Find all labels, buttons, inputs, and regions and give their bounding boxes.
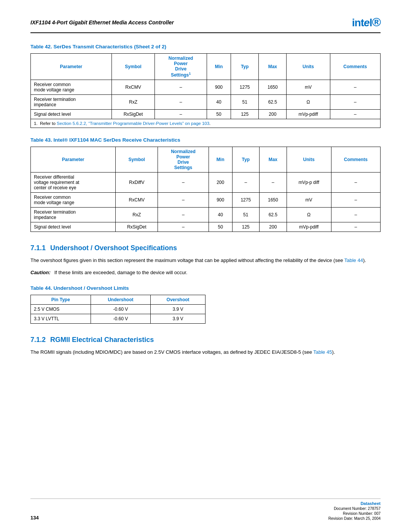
page-number: 134 [30,515,39,521]
cell-max: 200 [259,110,287,119]
table44: Pin Type Undershoot Overshoot 2.5 V CMOS… [30,295,206,324]
footer-revision-number: Revision Number: 007 [328,511,381,516]
cell-units: mVp-p diff [287,173,331,193]
section712-title: RGMII Electrical Characteristics [50,336,154,344]
cell-comments: – [331,208,380,222]
cell-param: Receiver terminationimpedance [31,95,112,110]
cell-comments: – [330,110,380,119]
cell-param: Receiver differentialvoltage requirement… [31,173,116,193]
table44-title: Table 44. Undershoot / Overshoot Limits [30,285,381,291]
cell-max: 200 [260,222,287,232]
cell-pin-type: 2.5 V CMOS [31,305,91,314]
table-row: Signal detect level RxSigDet – 50 125 20… [31,222,381,232]
col-typ: Typ [232,147,260,173]
cell-units: mV [287,193,331,208]
col-undershoot: Undershoot [91,295,151,305]
cell-min: 40 [207,95,231,110]
cell-max: 1650 [260,193,287,208]
cell-param: Receiver commonmode voltage range [31,193,116,208]
footer-revision-date: Revision Date: March 25, 2004 [328,516,381,521]
table-row: 2.5 V CMOS -0.60 V 3.9 V [31,305,206,314]
cell-max: 62.5 [259,95,287,110]
col-min: Min [207,54,231,80]
cell-comments: – [330,95,380,110]
col-typ: Typ [231,54,259,80]
section711-body1: The overshoot figures given in this sect… [30,257,381,264]
cell-units: mVp-pdiff [287,222,331,232]
cell-min: 40 [209,208,232,222]
footer-right-block: Datasheet Document Number: 278757 Revisi… [328,501,381,521]
cell-overshoot: 3.9 V [151,305,206,314]
cell-undershoot: -0.60 V [91,314,151,324]
cell-max: – [260,173,287,193]
cell-norm: – [158,222,209,232]
cell-typ: 1275 [231,80,259,95]
table45-link[interactable]: Table 45 [313,349,332,355]
header-title: IXF1104 4-Port Gigabit Ethernet Media Ac… [30,19,174,26]
cell-pin-type: 3.3 V LVTTL [31,314,91,324]
table44-link[interactable]: Table 44 [344,257,363,263]
table42-footnote-row: 1. Refer to Section 5.6.2.2, “Transmitte… [31,119,381,128]
col-pin-type: Pin Type [31,295,91,305]
cell-typ: 51 [231,95,259,110]
cell-typ: 125 [231,110,259,119]
table-row: Receiver terminationimpedance RxZ – 40 5… [31,95,381,110]
table-row: Receiver terminationimpedance RxZ – 40 5… [31,208,381,222]
col-max: Max [260,147,287,173]
cell-min: 50 [207,110,231,119]
cell-min: 50 [209,222,232,232]
caution-label: Caution: [30,269,51,276]
caution-block: Caution: If these limits are exceeded, d… [30,269,381,276]
cell-units: Ω [287,208,331,222]
col-norm-power: NormalizedPowerDriveSettings1 [155,54,207,80]
cell-norm: – [155,95,207,110]
cell-max: 1650 [259,80,287,95]
footer-doc-number: Document Number: 278757 [328,506,381,511]
caution-text: If these limits are exceeded, damage to … [54,269,188,276]
table-row: 3.3 V LVTTL -0.60 V 3.9 V [31,314,206,324]
cell-norm: – [158,173,209,193]
col-symbol: Symbol [112,54,155,80]
cell-min: 900 [209,193,232,208]
col-comments: Comments [331,147,380,173]
cell-symbol: RxCMV [116,193,158,208]
cell-typ: 51 [232,208,260,222]
cell-symbol: RxSigDet [112,110,155,119]
cell-param: Signal detect level [31,110,112,119]
col-max: Max [259,54,287,80]
col-norm-power: NormalizedPowerDriveSettings [158,147,209,173]
cell-comments: – [331,173,380,193]
table43-title: Table 43. Intel® IXF1104 MAC SerDes Rece… [30,137,381,143]
table42-footnote: 1. Refer to Section 5.6.2.2, “Transmitte… [31,119,381,128]
col-parameter: Parameter [31,54,112,80]
cell-units: mVp-pdiff [287,110,330,119]
page-footer: 134 Datasheet Document Number: 278757 Re… [30,498,381,521]
cell-undershoot: -0.60 V [91,305,151,314]
cell-typ: 125 [232,222,260,232]
logo-dot: ® [372,15,381,29]
intel-logo: intel® [352,15,381,29]
table-row: Receiver differentialvoltage requirement… [31,173,381,193]
cell-norm: – [155,110,207,119]
cell-param: Receiver commonmode voltage range [31,80,112,95]
cell-norm: – [158,193,209,208]
table-row: Receiver commonmode voltage range RxCMV … [31,193,381,208]
cell-typ: 1275 [232,193,260,208]
col-overshoot: Overshoot [151,295,206,305]
cell-max: 62.5 [260,208,287,222]
section711-number: 7.1.1 [30,244,46,252]
section712-body1: The RGMII signals (including MDIO/MDC) a… [30,348,381,356]
cell-units: mV [287,80,330,95]
section711-title: Undershoot / Overshoot Specifications [50,244,177,252]
cell-param: Receiver terminationimpedance [31,208,116,222]
cell-min: 200 [209,173,232,193]
table-row: Receiver commonmode voltage range RxCMV … [31,80,381,95]
cell-norm: – [158,208,209,222]
cell-symbol: RxZ [116,208,158,222]
cell-overshoot: 3.9 V [151,314,206,324]
col-comments: Comments [330,54,380,80]
cell-symbol: RxDiffV [116,173,158,193]
cell-min: 900 [207,80,231,95]
footnote-link[interactable]: Section 5.6.2.2, “Transmitter Programmab… [57,121,209,126]
section712-number: 7.1.2 [30,336,46,344]
